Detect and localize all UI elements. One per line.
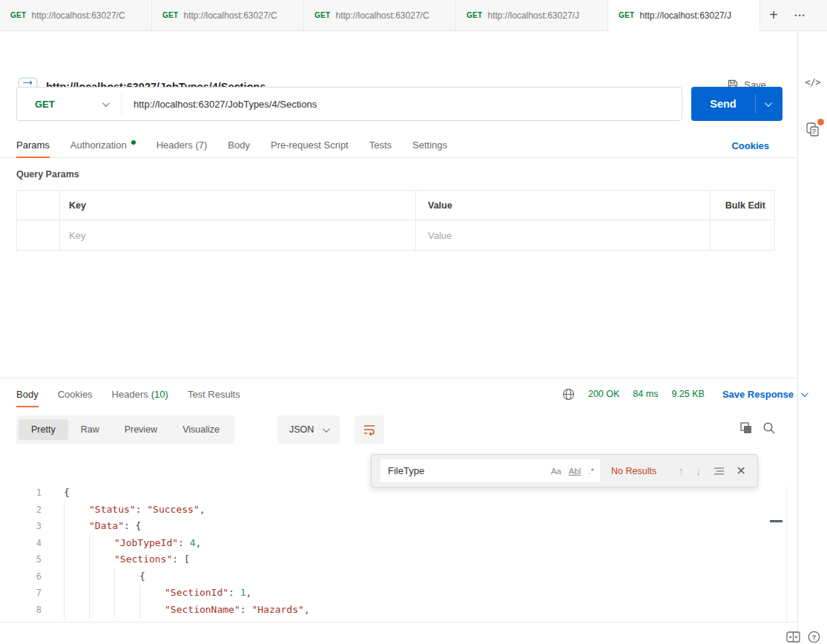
save-response-button[interactable]: Save Response — [722, 389, 806, 400]
search-response-button[interactable] — [762, 421, 776, 435]
tab-options-button[interactable]: ••• — [787, 0, 814, 30]
row-actions-cell — [711, 220, 774, 250]
response-meta: 200 OK 84 ms 9.25 KB Save Response — [562, 378, 806, 410]
find-in-selection-icon[interactable] — [714, 467, 725, 476]
app-window: GET http://localhost:63027/C GET http://… — [0, 0, 827, 644]
format-select[interactable]: JSON — [277, 415, 340, 444]
value-input[interactable]: Value — [428, 230, 452, 241]
copy-response-button[interactable] — [739, 421, 753, 435]
copy-icon — [739, 421, 753, 435]
tab-pre-request-script[interactable]: Pre-request Script — [271, 133, 349, 157]
tab-settings[interactable]: Settings — [412, 133, 447, 157]
whole-word-toggle[interactable]: Abl — [569, 467, 581, 476]
divider — [755, 94, 756, 114]
request-tab-4[interactable]: GET http://localhost:63027/J — [456, 0, 608, 30]
send-options-chevron-icon[interactable] — [765, 99, 772, 107]
wrap-lines-icon — [363, 424, 376, 436]
find-actions: ↑ ↓ ✕ — [679, 464, 757, 477]
response-time[interactable]: 84 ms — [633, 389, 658, 399]
tab-tests[interactable]: Tests — [369, 133, 392, 157]
method-badge: GET — [10, 11, 26, 19]
divider — [0, 622, 797, 622]
method-badge: GET — [314, 11, 330, 19]
method-badge: GET — [619, 11, 634, 19]
method-value: GET — [17, 99, 55, 110]
view-preview[interactable]: Preview — [112, 419, 170, 440]
response-size[interactable]: 9.25 KB — [671, 389, 704, 399]
send-label: Send — [691, 98, 755, 110]
notification-dot — [817, 119, 824, 125]
regex-toggle[interactable]: .* — [588, 467, 594, 476]
method-select[interactable]: GET — [17, 88, 121, 120]
view-visualize[interactable]: Visualize — [170, 419, 232, 440]
response-body-code[interactable]: 1{2"Status": "Success",3"Data": {4"JobTy… — [0, 484, 786, 622]
request-tab-strip: GET http://localhost:63027/C GET http://… — [0, 0, 827, 31]
console-icon[interactable] — [786, 631, 800, 643]
bulk-edit-button[interactable]: Bulk Edit — [725, 200, 765, 211]
tab-url: http://localhost:63027/J — [487, 10, 579, 21]
response-tab-cookies[interactable]: Cookies — [58, 378, 93, 410]
headers-count-badge: (10) — [151, 389, 168, 400]
row-select-cell[interactable] — [17, 220, 60, 250]
table-header-row: Key Value Bulk Edit — [17, 191, 774, 220]
search-icon — [762, 421, 776, 435]
request-tab-5-active[interactable]: GET http://localhost:63027/J — [608, 0, 760, 30]
auth-configured-dot — [131, 140, 136, 145]
request-header: HTTP http://localhost:63027/JobTypes/4/S… — [0, 31, 797, 79]
help-icon[interactable]: ? — [808, 631, 820, 643]
code-line: 5"Sections": [ — [0, 551, 786, 568]
find-results-status: No Results — [611, 466, 656, 476]
response-tab-test-results[interactable]: Test Results — [188, 378, 240, 410]
svg-text:?: ? — [812, 633, 817, 641]
code-line: 3"Data": { — [0, 518, 786, 535]
key-column-header: Key — [69, 200, 86, 211]
divider — [786, 484, 787, 622]
request-tab-1[interactable]: GET http://localhost:63027/C — [0, 0, 152, 30]
view-mode-switcher: Pretty Raw Preview Visualize — [16, 415, 234, 444]
send-button[interactable]: Send — [691, 87, 782, 121]
tab-headers[interactable]: Headers (7) — [156, 133, 208, 157]
match-case-toggle[interactable]: Aa — [551, 467, 561, 476]
view-raw[interactable]: Raw — [68, 419, 112, 440]
key-input[interactable]: Key — [69, 230, 85, 241]
tab-body[interactable]: Body — [228, 133, 250, 157]
code-line: 2"Status": "Success", — [0, 502, 786, 519]
method-badge: GET — [467, 11, 482, 19]
network-globe-icon[interactable] — [562, 388, 575, 401]
format-value: JSON — [289, 424, 314, 435]
tab-authorization[interactable]: Authorization — [70, 133, 136, 157]
row-select-column — [17, 191, 60, 220]
scrollbar-thumb[interactable] — [770, 520, 782, 522]
find-widget: Aa Abl .* No Results ↑ ↓ ✕ — [371, 454, 758, 487]
status-badge[interactable]: 200 OK — [588, 389, 619, 399]
code-line: 8"SectionName": "Hazards", — [0, 602, 786, 619]
tab-label: Body — [228, 139, 250, 151]
find-input[interactable] — [388, 465, 544, 476]
close-find-icon[interactable]: ✕ — [737, 465, 746, 477]
code-snippet-icon[interactable]: </> — [798, 77, 827, 88]
url-input[interactable]: http://localhost:63027/JobTypes/4/Sectio… — [122, 99, 317, 110]
chevron-down-icon — [102, 99, 110, 107]
method-badge: GET — [162, 11, 178, 19]
tab-label: Headers — [112, 389, 148, 400]
tab-label: Authorization — [70, 139, 127, 151]
save-response-label: Save Response — [722, 389, 794, 400]
cookies-link[interactable]: Cookies — [731, 133, 769, 158]
tab-label: Params — [16, 139, 50, 151]
chevron-down-icon — [323, 425, 330, 433]
view-pretty[interactable]: Pretty — [19, 419, 68, 440]
tab-label: Tests — [369, 139, 392, 151]
request-tab-3[interactable]: GET http://localhost:63027/C — [304, 0, 456, 30]
new-tab-button[interactable]: + — [760, 0, 787, 30]
right-sidebar: </> — [797, 31, 827, 644]
request-tab-2[interactable]: GET http://localhost:63027/C — [152, 0, 304, 30]
tab-params[interactable]: Params — [16, 133, 50, 157]
query-params-title: Query Params — [16, 169, 79, 180]
response-tab-body[interactable]: Body — [16, 378, 39, 410]
next-match-icon[interactable]: ↓ — [696, 464, 702, 477]
wrap-lines-button[interactable] — [355, 415, 384, 444]
response-tab-headers[interactable]: Headers (10) — [112, 378, 168, 410]
previous-match-icon[interactable]: ↑ — [679, 464, 685, 477]
tab-url: http://localhost:63027/C — [31, 10, 125, 21]
code-line: 6{ — [0, 568, 786, 585]
